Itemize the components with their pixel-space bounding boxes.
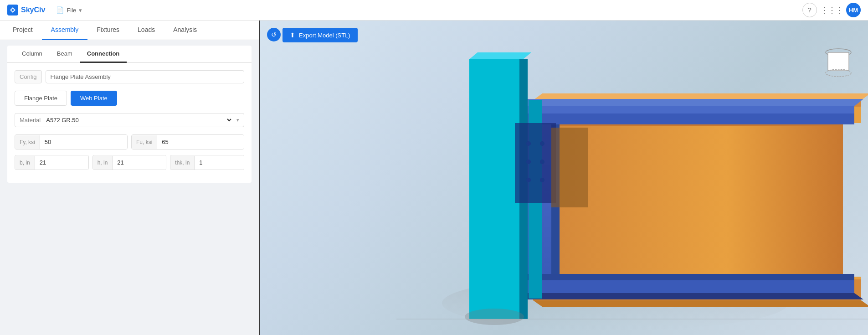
file-doc-icon: 📄 — [56, 6, 64, 14]
fu-label: Fu, ksi — [132, 135, 157, 149]
export-icon: ⬆ — [290, 31, 295, 39]
material-row: Material A572 GR.50A36A992 ▾ — [15, 113, 244, 127]
logo-icon — [7, 5, 18, 15]
svg-point-30 — [526, 160, 531, 164]
logo-text: SkyCiv — [21, 6, 45, 14]
sub-tab-connection[interactable]: Connection — [80, 46, 127, 63]
svg-point-32 — [526, 178, 531, 182]
material-label: Material — [20, 117, 41, 124]
h-label: h, in — [93, 156, 113, 170]
svg-point-24 — [465, 309, 524, 325]
sub-tab-column[interactable]: Column — [15, 46, 50, 63]
thk-group: thk, in — [170, 155, 244, 170]
config-row: Config — [15, 70, 244, 83]
tab-assembly[interactable]: Assembly — [42, 21, 88, 40]
avatar-text: HM — [849, 7, 858, 14]
fu-input[interactable] — [157, 135, 244, 149]
svg-marker-23 — [469, 52, 531, 59]
svg-point-33 — [540, 178, 544, 182]
sub-tabs: Column Beam Connection — [7, 46, 252, 63]
material-select[interactable]: A572 GR.50A36A992 — [44, 116, 233, 124]
svg-rect-19 — [513, 274, 854, 280]
svg-rect-27 — [551, 128, 588, 207]
b-h-thk-row: b, in h, in thk, in — [15, 155, 244, 170]
fy-input[interactable] — [40, 135, 127, 149]
svg-point-29 — [540, 141, 544, 146]
help-button[interactable]: ? — [802, 3, 817, 17]
help-icon: ? — [808, 6, 812, 14]
plate-toggle-row: Flange Plate Web Plate — [15, 91, 244, 106]
tab-project[interactable]: Project — [4, 21, 42, 40]
config-label: Config — [15, 70, 42, 83]
svg-rect-7 — [551, 123, 843, 278]
sub-tab-beam[interactable]: Beam — [50, 46, 80, 63]
b-label: b, in — [15, 156, 35, 170]
svg-marker-17 — [513, 99, 863, 106]
thk-input[interactable] — [195, 155, 244, 170]
fy-fu-row: Fy, ksi Fu, ksi — [15, 134, 244, 149]
viewport[interactable]: ↺ ⬆ Export Model (STL) — [260, 21, 868, 335]
svg-point-28 — [526, 141, 531, 146]
file-menu[interactable]: 📄 File ▾ — [56, 6, 82, 14]
tab-fixtures[interactable]: Fixtures — [87, 21, 128, 40]
main-tabs: Project Assembly Fixtures Loads Analysis — [0, 21, 259, 40]
grid-menu-button[interactable]: ⋮⋮⋮ — [824, 3, 839, 17]
svg-marker-20 — [513, 293, 863, 299]
svg-rect-16 — [513, 106, 854, 113]
tab-analysis[interactable]: Analysis — [164, 21, 206, 40]
fy-group: Fy, ksi — [15, 134, 128, 149]
file-label: File — [67, 7, 76, 14]
export-model-button[interactable]: ⬆ Export Model (STL) — [282, 28, 358, 42]
form-area: Config Flange Plate Web Plate Material A… — [7, 63, 252, 183]
thk-label: thk, in — [170, 156, 195, 170]
fy-label: Fy, ksi — [15, 135, 40, 149]
svg-point-31 — [540, 160, 544, 164]
fu-group: Fu, ksi — [131, 134, 244, 149]
web-plate-button[interactable]: Web Plate — [71, 91, 117, 106]
tab-loads[interactable]: Loads — [128, 21, 164, 40]
left-panel: Project Assembly Fixtures Loads Analysis… — [0, 21, 260, 335]
b-input[interactable] — [35, 155, 88, 170]
export-label: Export Model (STL) — [299, 32, 350, 39]
navbar: SkyCiv 📄 File ▾ ? ⋮⋮⋮ HM — [0, 0, 868, 21]
file-chevron-icon: ▾ — [79, 7, 82, 14]
grid-icon: ⋮⋮⋮ — [820, 5, 843, 15]
h-group: h, in — [92, 155, 167, 170]
material-dropdown-icon: ▾ — [236, 117, 239, 123]
svg-marker-11 — [533, 300, 868, 307]
h-input[interactable] — [113, 155, 166, 170]
flange-plate-button[interactable]: Flange Plate — [15, 91, 67, 106]
b-group: b, in — [15, 155, 89, 170]
config-input[interactable] — [46, 70, 244, 83]
navbar-right: ? ⋮⋮⋮ HM — [802, 3, 861, 17]
user-avatar[interactable]: HM — [846, 3, 861, 17]
svg-rect-26 — [515, 123, 556, 203]
panel-content: Column Beam Connection Config — [0, 40, 259, 335]
main-layout: Project Assembly Fixtures Loads Analysis… — [0, 21, 868, 335]
logo[interactable]: SkyCiv — [7, 5, 45, 15]
3d-scene — [260, 21, 868, 335]
